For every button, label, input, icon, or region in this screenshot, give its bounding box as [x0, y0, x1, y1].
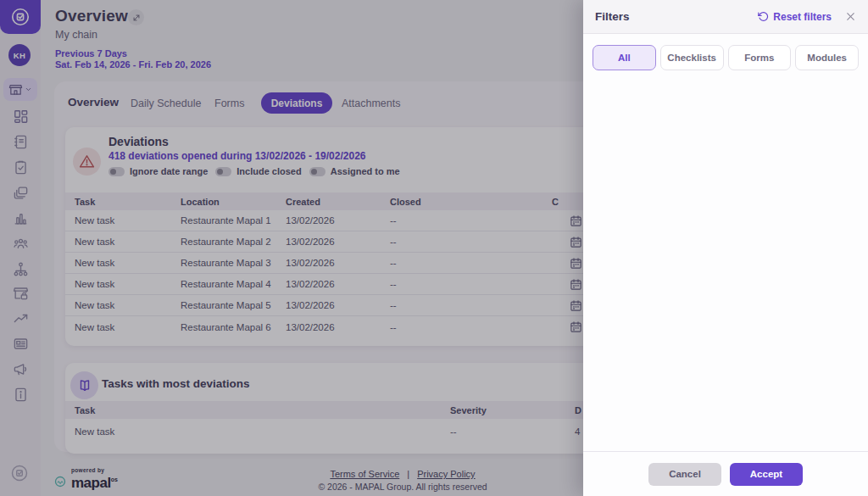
cancel-button[interactable]: Cancel [648, 463, 721, 486]
filters-panel: Filters Reset filters All Checklists For… [583, 0, 868, 496]
filter-option-forms[interactable]: Forms [728, 45, 792, 70]
filter-type-options: All Checklists Forms Modules [593, 45, 859, 70]
filter-option-modules[interactable]: Modules [795, 45, 859, 70]
rotate-ccw-icon [758, 11, 769, 22]
filters-title: Filters [595, 10, 630, 23]
reset-filters-label: Reset filters [773, 11, 832, 23]
reset-filters-button[interactable]: Reset filters [758, 11, 832, 23]
filter-option-checklists[interactable]: Checklists [660, 45, 724, 70]
filter-option-all[interactable]: All [593, 45, 656, 70]
accept-button[interactable]: Accept [730, 463, 803, 486]
close-icon[interactable] [845, 11, 856, 22]
filters-panel-footer: Cancel Accept [583, 451, 868, 496]
filters-panel-header: Filters Reset filters [583, 0, 868, 34]
